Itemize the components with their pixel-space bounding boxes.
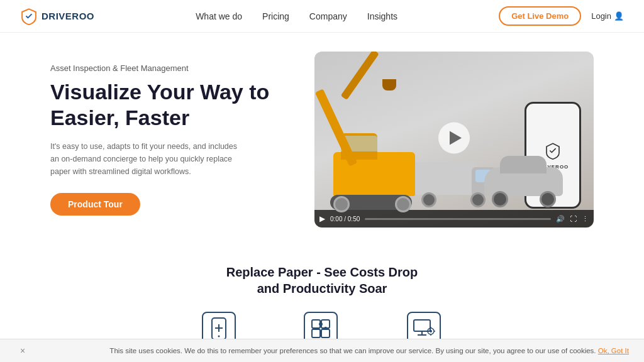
get-live-demo-button[interactable]: Get Live Demo: [499, 6, 581, 26]
navbar: DRIVEROO What we do Pricing Company Insi…: [0, 0, 644, 33]
logo[interactable]: DRIVEROO: [20, 8, 94, 25]
hero-description: It's easy to use, adapts to fit your nee…: [50, 140, 239, 178]
nav-pricing[interactable]: Pricing: [262, 11, 289, 21]
svg-point-12: [430, 330, 432, 332]
svg-rect-7: [321, 329, 330, 337]
nav-what-we-do[interactable]: What we do: [196, 11, 242, 21]
video-progress-bar[interactable]: [365, 218, 551, 220]
section2-title: Replace Paper - See Costs Dropand Produc…: [50, 264, 594, 297]
video-scene: DRIVEROO: [314, 52, 594, 228]
hero-section: Asset Inspection & Fleet Management Visu…: [0, 33, 644, 246]
login-button[interactable]: Login 👤: [591, 11, 624, 21]
hero-content: Asset Inspection & Fleet Management Visu…: [50, 63, 314, 216]
nav-links: What we do Pricing Company Insights: [196, 11, 397, 21]
product-tour-button[interactable]: Product Tour: [50, 193, 140, 216]
cookie-accept-link[interactable]: Ok, Got It: [598, 347, 629, 354]
video-play-icon[interactable]: ▶: [319, 214, 325, 223]
login-icon: 👤: [614, 11, 624, 21]
video-fullscreen-icon[interactable]: ⛶: [570, 215, 577, 222]
svg-rect-6: [312, 329, 320, 337]
cookie-bar: × This site uses cookies. We do this to …: [0, 339, 644, 362]
nav-insights[interactable]: Insights: [367, 11, 397, 21]
hero-title: Visualize Your Way to Easier, Faster: [50, 79, 289, 131]
hero-video[interactable]: DRIVEROO ▶ 0:00 / 0:50 🔊 ⛶ ⋮: [314, 52, 594, 228]
cookie-message: This site uses cookies. We do this to re…: [109, 347, 629, 354]
svg-point-3: [218, 336, 219, 337]
video-controls[interactable]: ▶ 0:00 / 0:50 🔊 ⛶ ⋮: [314, 210, 594, 228]
nav-actions: Get Live Demo Login 👤: [499, 6, 624, 26]
cookie-close-button[interactable]: ×: [15, 346, 30, 356]
phone-logo-icon: [543, 141, 562, 160]
video-more-icon[interactable]: ⋮: [582, 215, 589, 223]
brand-name: DRIVEROO: [42, 11, 94, 21]
video-volume-icon[interactable]: 🔊: [556, 215, 565, 223]
nav-company[interactable]: Company: [309, 11, 347, 21]
video-time: 0:00 / 0:50: [330, 216, 360, 222]
hero-subtitle: Asset Inspection & Fleet Management: [50, 63, 289, 73]
logo-icon: [20, 8, 38, 25]
